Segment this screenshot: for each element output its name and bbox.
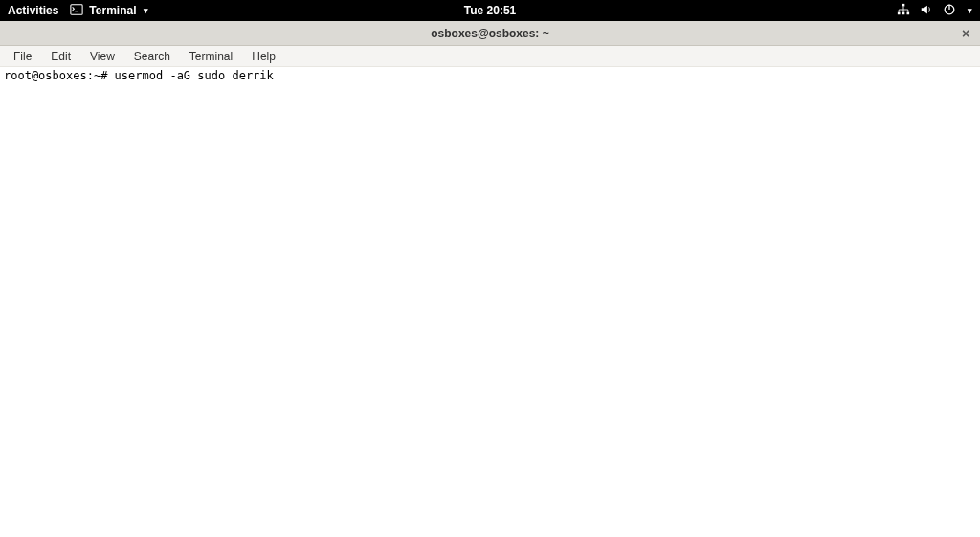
prompt: root@osboxes:~# [4, 69, 107, 82]
clock[interactable]: Tue 20:51 [464, 4, 516, 17]
menu-terminal[interactable]: Terminal [180, 48, 242, 65]
window-title: osboxes@osboxes: ~ [431, 27, 548, 40]
system-menu-chevron-icon[interactable]: ▾ [968, 6, 972, 15]
activities-button[interactable]: Activities [8, 4, 58, 17]
menu-file[interactable]: File [4, 48, 41, 65]
terminal-icon [70, 3, 83, 19]
top-panel-left: Activities Terminal ▾ [8, 3, 148, 19]
svg-rect-0 [71, 4, 82, 14]
svg-rect-3 [898, 11, 901, 14]
close-button[interactable]: × [959, 27, 972, 40]
app-menu-label: Terminal [89, 4, 136, 17]
svg-rect-4 [902, 11, 905, 14]
chevron-down-icon: ▾ [144, 6, 148, 15]
network-icon[interactable] [897, 3, 910, 19]
menu-view[interactable]: View [80, 48, 124, 65]
power-icon[interactable] [943, 3, 956, 19]
terminal-content[interactable]: root@osboxes:~# usermod -aG sudo derrik [0, 67, 980, 537]
command-text: usermod -aG sudo derrik [115, 69, 274, 82]
window-title-bar: osboxes@osboxes: ~ × [0, 21, 980, 46]
app-menu[interactable]: Terminal ▾ [70, 3, 148, 19]
menu-help[interactable]: Help [242, 48, 285, 65]
volume-icon[interactable] [920, 3, 933, 19]
gnome-top-panel: Activities Terminal ▾ Tue 20:51 ▾ [0, 0, 980, 21]
menu-edit[interactable]: Edit [41, 48, 80, 65]
svg-rect-5 [907, 11, 910, 14]
close-icon: × [962, 26, 969, 41]
top-panel-right: ▾ [897, 3, 972, 19]
menu-search[interactable]: Search [124, 48, 180, 65]
svg-rect-2 [902, 3, 905, 6]
app-menu-bar: File Edit View Search Terminal Help [0, 46, 980, 67]
